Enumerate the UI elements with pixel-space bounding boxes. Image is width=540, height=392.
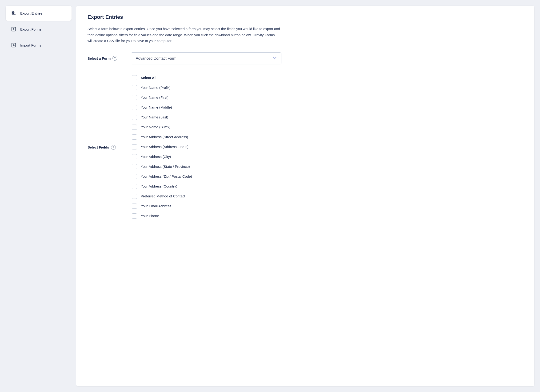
field-label-address-line2: Your Address (Address Line 2) bbox=[141, 145, 189, 149]
sidebar: Export Entries Export Forms bbox=[6, 6, 71, 386]
sidebar-item-export-forms[interactable]: Export Forms bbox=[6, 22, 71, 37]
sidebar-item-label-export-forms: Export Forms bbox=[20, 27, 41, 31]
list-item: Your Name (Middle) bbox=[131, 103, 193, 112]
field-label-name-last: Your Name (Last) bbox=[141, 115, 168, 119]
checkbox-address-city[interactable] bbox=[132, 154, 137, 159]
field-label-address-city: Your Address (City) bbox=[141, 155, 171, 159]
select-fields-row: Select Fields ? Select AllYour Name (Pre… bbox=[88, 73, 523, 221]
field-label-preferred-contact: Preferred Method of Contact bbox=[141, 194, 185, 198]
checkbox-address-zip[interactable] bbox=[132, 174, 137, 179]
checkbox-name-last[interactable] bbox=[132, 115, 137, 120]
import-forms-icon bbox=[10, 42, 17, 49]
checkbox-address-street[interactable] bbox=[132, 134, 137, 140]
checkbox-phone[interactable] bbox=[132, 213, 137, 219]
form-select[interactable]: Advanced Contact Form bbox=[131, 52, 281, 64]
field-label-name-suffix: Your Name (Suffix) bbox=[141, 125, 170, 129]
select-fields-label: Select Fields ? bbox=[88, 73, 125, 221]
checkbox-name-middle[interactable] bbox=[132, 105, 137, 110]
checkbox-preferred-contact[interactable] bbox=[132, 194, 137, 199]
select-form-row: Select a Form ? Advanced Contact Form bbox=[88, 52, 523, 64]
field-label-email: Your Email Address bbox=[141, 204, 171, 208]
select-form-label: Select a Form ? bbox=[88, 56, 125, 61]
checkbox-name-first[interactable] bbox=[132, 95, 137, 100]
list-item: Your Name (Suffix) bbox=[131, 122, 193, 132]
export-entries-icon bbox=[10, 10, 17, 16]
main-content: Export Entries Select a form below to ex… bbox=[76, 6, 534, 386]
checkbox-name-prefix[interactable] bbox=[132, 85, 137, 90]
field-label-address-street: Your Address (Street Address) bbox=[141, 135, 188, 139]
export-forms-icon bbox=[10, 26, 17, 32]
checkbox-name-suffix[interactable] bbox=[132, 125, 137, 130]
list-item: Your Address (Zip / Postal Code) bbox=[131, 172, 193, 181]
list-item: Your Address (State / Province) bbox=[131, 162, 193, 172]
list-item: Your Phone bbox=[131, 211, 193, 221]
sidebar-item-import-forms[interactable]: Import Forms bbox=[6, 38, 71, 53]
sidebar-item-export-entries[interactable]: Export Entries bbox=[6, 6, 71, 21]
sidebar-item-label-import-forms: Import Forms bbox=[20, 43, 41, 47]
checkbox-address-line2[interactable] bbox=[132, 144, 137, 149]
fields-list: Select AllYour Name (Prefix)Your Name (F… bbox=[131, 73, 193, 221]
select-form-help-icon[interactable]: ? bbox=[112, 56, 117, 61]
field-label-phone: Your Phone bbox=[141, 214, 159, 218]
field-label-address-state: Your Address (State / Province) bbox=[141, 165, 190, 168]
description-text: Select a form below to export entries. O… bbox=[88, 26, 280, 44]
checkbox-email[interactable] bbox=[132, 204, 137, 209]
sidebar-item-label-export-entries: Export Entries bbox=[20, 11, 42, 15]
form-select-wrapper: Advanced Contact Form bbox=[131, 52, 281, 64]
list-item: Your Email Address bbox=[131, 201, 193, 211]
list-item: Your Address (Address Line 2) bbox=[131, 142, 193, 152]
list-item: Your Name (Prefix) bbox=[131, 83, 193, 93]
list-item: Your Address (City) bbox=[131, 152, 193, 162]
checkbox-address-country[interactable] bbox=[132, 184, 137, 189]
field-label-name-prefix: Your Name (Prefix) bbox=[141, 86, 170, 89]
field-label-select-all: Select All bbox=[141, 76, 156, 80]
field-label-address-country: Your Address (Country) bbox=[141, 184, 177, 188]
list-item: Your Name (First) bbox=[131, 93, 193, 103]
list-item: Select All bbox=[131, 73, 193, 83]
list-item: Your Address (Street Address) bbox=[131, 132, 193, 142]
field-label-name-first: Your Name (First) bbox=[141, 95, 169, 99]
checkbox-address-state[interactable] bbox=[132, 164, 137, 169]
field-label-name-middle: Your Name (Middle) bbox=[141, 105, 172, 109]
select-fields-help-icon[interactable]: ? bbox=[111, 145, 116, 150]
checkbox-select-all[interactable] bbox=[132, 75, 137, 80]
list-item: Your Name (Last) bbox=[131, 112, 193, 122]
page-title: Export Entries bbox=[88, 14, 523, 20]
list-item: Preferred Method of Contact bbox=[131, 191, 193, 201]
field-label-address-zip: Your Address (Zip / Postal Code) bbox=[141, 174, 192, 178]
list-item: Your Address (Country) bbox=[131, 181, 193, 191]
